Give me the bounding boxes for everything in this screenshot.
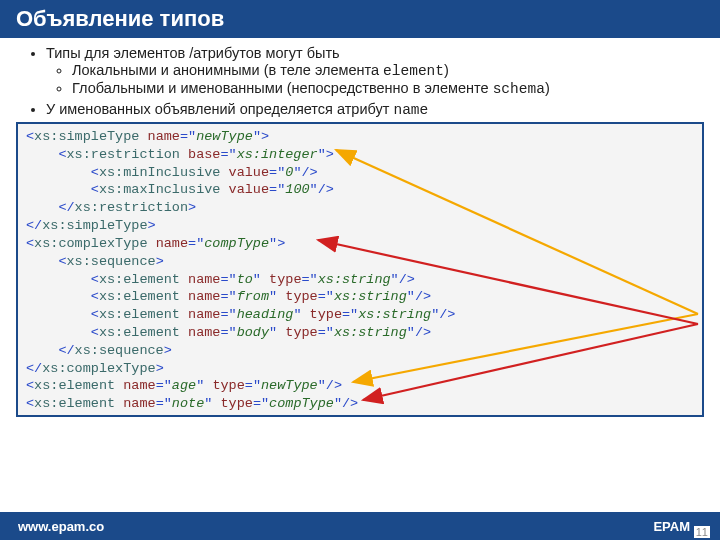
code-snippet: <xs:simpleType name="newType"> <xs:restr… — [16, 122, 704, 417]
footer-brand: EPAM — [653, 519, 720, 534]
footer-url: www.epam.co — [0, 519, 104, 534]
code-line: <xs:simpleType name="newType"> — [26, 128, 694, 146]
code-line: <xs:minInclusive value="0"/> — [26, 164, 694, 182]
bullet-2: У именованных объявлений определяется ат… — [46, 101, 692, 118]
code-line: <xs:element name="body" type="xs:string"… — [26, 324, 694, 342]
code-line: <xs:restriction base="xs:integer"> — [26, 146, 694, 164]
bullet-1-2: Глобальными и именованными (непосредстве… — [72, 80, 692, 97]
code-line: <xs:complexType name="compType"> — [26, 235, 694, 253]
page-number: 11 — [694, 526, 710, 538]
code-line: </xs:complexType> — [26, 360, 694, 378]
bullet-1-1: Локальными и анонимными (в теле элемента… — [72, 62, 692, 79]
code-line: </xs:sequence> — [26, 342, 694, 360]
code-line: <xs:sequence> — [26, 253, 694, 271]
code-line: </xs:simpleType> — [26, 217, 694, 235]
slide-title: Объявление типов — [0, 0, 720, 38]
bullet-1: Типы для элементов /атрибутов могут быть… — [46, 45, 692, 97]
code-line: <xs:element name="heading" type="xs:stri… — [26, 306, 694, 324]
footer-bar: www.epam.co EPAM — [0, 512, 720, 540]
code-line: <xs:element name="to" type="xs:string"/> — [26, 271, 694, 289]
code-line: </xs:restriction> — [26, 199, 694, 217]
code-line: <xs:element name="from" type="xs:string"… — [26, 288, 694, 306]
code-line: <xs:element name="note" type="compType"/… — [26, 395, 694, 413]
slide-body: Типы для элементов /атрибутов могут быть… — [0, 38, 720, 118]
code-line: <xs:element name="age" type="newType"/> — [26, 377, 694, 395]
code-line: <xs:maxInclusive value="100"/> — [26, 181, 694, 199]
